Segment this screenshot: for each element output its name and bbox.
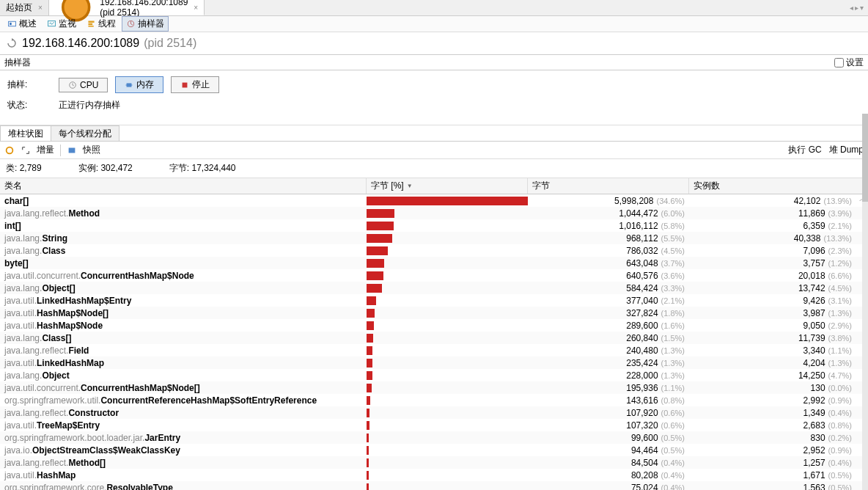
settings-checkbox[interactable]: 设置 — [834, 56, 864, 69]
cell-bytes: 94,464(0.5%) — [528, 445, 689, 456]
cell-class-name: org.springframework.util.ConcurrentRefer… — [0, 395, 367, 406]
cell-bytes: 235,424(1.3%) — [528, 358, 689, 368]
table-row[interactable]: org.springframework.util.ConcurrentRefer… — [0, 394, 868, 406]
table-row[interactable]: org.springframework.boot.loader.jar.JarE… — [0, 431, 868, 444]
cell-class-name: java.io.ObjectStreamClass$WeakClassKey — [0, 445, 367, 456]
monitor-button[interactable]: 监视 — [43, 16, 81, 32]
cell-instances: 2,683(0.8%) — [689, 420, 868, 431]
table-row[interactable]: java.lang.reflect.Method1,044,472(6.0%)1… — [0, 207, 868, 219]
cell-class-name: org.springframework.core.ResolvableType — [0, 483, 367, 491]
col-bytes-pct[interactable]: 字节 [%]▼ — [367, 178, 528, 194]
table-row[interactable]: java.lang.String968,112(5.5%)40,338(13.3… — [0, 232, 868, 244]
tab-heap-histogram[interactable]: 堆柱状图 — [0, 125, 51, 141]
sort-desc-icon: ▼ — [407, 183, 413, 189]
sampler-label: 抽样器 — [4, 56, 834, 69]
nav-menu-icon[interactable]: ▾ — [860, 4, 864, 12]
table-body[interactable]: char[]5,998,208(34.6%)42,102(13.9%)java.… — [0, 194, 868, 490]
table-row[interactable]: java.util.concurrent.ConcurrentHashMap$N… — [0, 269, 868, 282]
cell-instances: 1,671(0.5%) — [689, 470, 868, 480]
cell-instances: 2,992(0.9%) — [689, 395, 868, 406]
cell-instances: 1,563(0.5%) — [689, 483, 868, 491]
cell-instances: 1,349(0.4%) — [689, 408, 868, 418]
sampler-button[interactable]: 抽样器 — [122, 16, 169, 32]
table-row[interactable]: java.lang.Object[]584,424(3.3%)13,742(4.… — [0, 282, 868, 294]
stop-button[interactable]: 停止 — [171, 76, 219, 93]
svg-rect-12 — [183, 82, 188, 87]
table-row[interactable]: java.util.concurrent.ConcurrentHashMap$N… — [0, 381, 868, 394]
cell-bar — [367, 409, 528, 417]
nav-prev-icon[interactable]: ◂ — [850, 4, 853, 12]
expand-icon[interactable] — [21, 145, 31, 156]
col-bytes[interactable]: 字节 — [528, 178, 689, 194]
snapshot-icon[interactable] — [67, 145, 77, 156]
cell-class-name: java.lang.reflect.Method — [0, 208, 367, 219]
close-icon[interactable]: × — [194, 4, 198, 12]
tab-start[interactable]: 起始页 × — [0, 0, 49, 15]
cell-bar — [367, 334, 528, 343]
cell-bytes: 377,040(2.1%) — [528, 296, 689, 306]
settings-check[interactable] — [834, 58, 844, 67]
tab-per-thread[interactable]: 每个线程分配 — [51, 125, 119, 141]
cell-bar — [367, 396, 528, 405]
nav-next-icon[interactable]: ▸ — [855, 4, 858, 12]
table-row[interactable]: java.io.ObjectStreamClass$WeakClassKey94… — [0, 444, 868, 456]
cell-instances: 42,102(13.9%) — [689, 196, 868, 206]
memory-button[interactable]: 内存 — [115, 76, 163, 93]
table-row[interactable]: byte[]643,048(3.7%)3,757(1.2%) — [0, 257, 868, 269]
tab-connection[interactable]: 192.168.146.200:1089 (pid 2514) × — [49, 0, 205, 15]
table-row[interactable]: java.lang.Class[]260,840(1.5%)11,739(3.8… — [0, 332, 868, 344]
vertical-scrollbar[interactable] — [862, 114, 868, 490]
col-class-name[interactable]: 类名 — [0, 178, 367, 194]
cell-bytes: 5,998,208(34.6%) — [528, 196, 689, 206]
table-row[interactable]: java.lang.Class786,032(4.5%)7,096(2.3%) — [0, 244, 868, 257]
bytes-value: 17,324,440 — [191, 163, 235, 173]
scrollbar-thumb[interactable] — [862, 114, 868, 202]
table-row[interactable]: org.springframework.core.ResolvableType7… — [0, 481, 868, 490]
cell-class-name: char[] — [0, 196, 367, 206]
cell-class-name: java.lang.Class — [0, 246, 367, 256]
gc-button[interactable]: 执行 GC — [788, 145, 821, 155]
table-row[interactable]: java.lang.reflect.Method[]84,504(0.4%)1,… — [0, 456, 868, 469]
col-instances[interactable]: 实例数 — [689, 178, 868, 194]
svg-point-13 — [7, 147, 13, 153]
table-row[interactable]: java.util.HashMap80,208(0.4%)1,671(0.5%) — [0, 469, 868, 481]
table-row[interactable]: java.util.HashMap$Node[]327,824(1.8%)3,9… — [0, 307, 868, 319]
svg-rect-5 — [88, 23, 92, 25]
heap-dump-button[interactable]: 堆 Dump — [829, 145, 864, 155]
cell-bytes: 107,920(0.6%) — [528, 408, 689, 418]
table-row[interactable]: java.util.LinkedHashMap235,424(1.3%)4,20… — [0, 356, 868, 369]
table-row[interactable]: java.util.LinkedHashMap$Entry377,040(2.1… — [0, 294, 868, 307]
threads-button[interactable]: 线程 — [82, 16, 120, 32]
cell-bar — [367, 246, 528, 255]
cell-instances: 3,757(1.2%) — [689, 258, 868, 268]
table-row[interactable]: java.lang.reflect.Field240,480(1.3%)3,34… — [0, 344, 868, 356]
cell-instances: 14,250(4.7%) — [689, 370, 868, 381]
table-row[interactable]: java.lang.Object228,000(1.3%)14,250(4.7%… — [0, 369, 868, 381]
cell-bar — [367, 434, 528, 442]
cell-bar — [367, 222, 528, 230]
cell-bar — [367, 271, 528, 280]
cell-bar — [367, 421, 528, 430]
cell-bytes: 143,616(0.8%) — [528, 395, 689, 406]
cell-bar — [367, 234, 528, 243]
table-row[interactable]: java.util.TreeMap$Entry107,320(0.6%)2,68… — [0, 419, 868, 431]
table-row[interactable]: char[]5,998,208(34.6%)42,102(13.9%) — [0, 194, 868, 207]
cell-bar — [367, 346, 528, 355]
svg-rect-9 — [127, 83, 132, 87]
delta-button[interactable]: 增量 — [37, 144, 54, 156]
table-row[interactable]: java.lang.reflect.Constructor107,920(0.6… — [0, 406, 868, 419]
cell-bytes: 327,824(1.8%) — [528, 308, 689, 318]
main-tab-strip: 起始页 × 192.168.146.200:1089 (pid 2514) × … — [0, 0, 868, 16]
cell-bar — [367, 446, 528, 455]
table-row[interactable]: int[]1,016,112(5.8%)6,359(2.1%) — [0, 219, 868, 232]
cpu-button[interactable]: CPU — [59, 78, 108, 92]
snapshot-button[interactable]: 快照 — [83, 144, 100, 156]
refresh-icon[interactable] — [4, 145, 15, 156]
cell-bar — [367, 284, 528, 293]
refresh-icon[interactable] — [6, 37, 18, 49]
table-row[interactable]: java.util.HashMap$Node289,600(1.6%)9,050… — [0, 319, 868, 332]
overview-button[interactable]: 概述 — [3, 16, 41, 32]
close-icon[interactable]: × — [38, 4, 43, 12]
cell-bytes: 84,504(0.4%) — [528, 458, 689, 468]
cell-instances: 3,987(1.3%) — [689, 308, 868, 318]
